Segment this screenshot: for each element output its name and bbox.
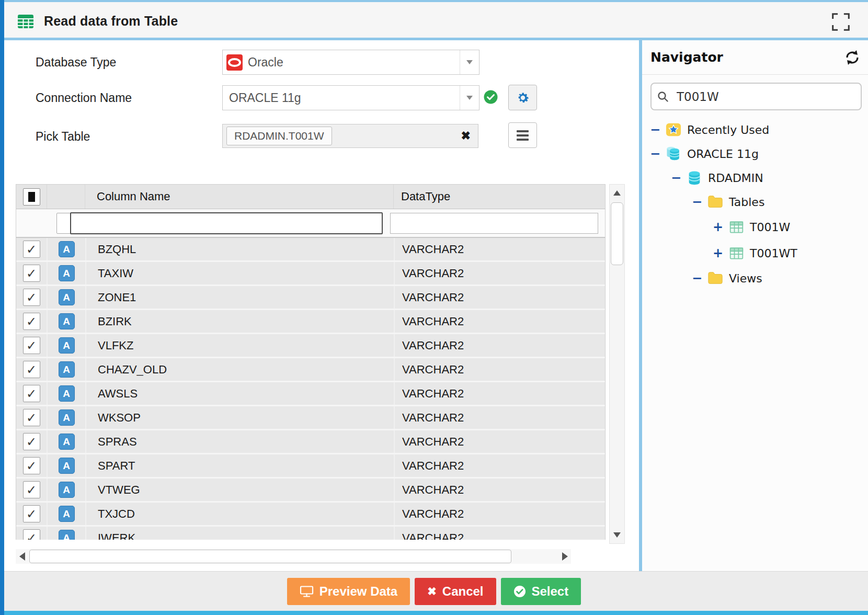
text-column-type-icon: A: [59, 265, 75, 281]
clear-table-icon[interactable]: ✖: [461, 129, 471, 143]
tree-item-rdadmin[interactable]: − RDADMIN: [642, 166, 868, 190]
grid-row: ✓ A BZIRK VARCHAR2: [16, 310, 605, 334]
row-checkbox[interactable]: ✓: [23, 289, 40, 306]
text-column-type-icon: A: [59, 337, 75, 354]
column-name-cell: IWERK: [85, 527, 394, 540]
datatype-cell: VARCHAR2: [394, 358, 605, 381]
dialog-footer: Preview Data ✖ Cancel Select: [0, 571, 868, 611]
datatype-filter-input[interactable]: [390, 213, 598, 234]
grid-row: ✓ A TAXIW VARCHAR2: [16, 262, 605, 286]
dropdown-arrow[interactable]: [460, 50, 479, 74]
datatype-header[interactable]: DataType: [393, 185, 605, 209]
datatype-cell: VARCHAR2: [394, 479, 605, 501]
row-checkbox[interactable]: ✓: [23, 313, 40, 330]
tree-toggle-icon[interactable]: −: [650, 147, 666, 160]
navigator-panel: Navigator − Recently Used −: [642, 40, 868, 571]
tree-item-t001wt[interactable]: + T001WT: [642, 240, 868, 266]
tree-toggle-icon[interactable]: −: [671, 172, 687, 184]
grid-row: ✓ A CHAZV_OLD VARCHAR2: [16, 358, 605, 382]
row-checkbox[interactable]: ✓: [23, 433, 40, 450]
connection-name-dropdown[interactable]: ORACLE 11g: [222, 85, 479, 110]
pick-table-field[interactable]: RDADMIN.T001W ✖: [222, 124, 478, 148]
row-checkbox[interactable]: ✓: [23, 265, 40, 282]
row-checkbox[interactable]: ✓: [23, 385, 40, 402]
hamburger-icon: [517, 130, 529, 132]
datatype-cell: VARCHAR2: [394, 334, 605, 357]
text-column-type-icon: A: [59, 385, 75, 402]
datatype-cell: VARCHAR2: [394, 286, 605, 309]
tree-item-label: Views: [729, 272, 762, 285]
tree-item-tables[interactable]: − Tables: [642, 190, 868, 214]
database-stack-icon: [666, 146, 681, 162]
database-icon: [687, 170, 702, 186]
text-column-type-icon: A: [59, 530, 75, 540]
window-bottom-trim: [0, 611, 868, 615]
tree-toggle-icon[interactable]: +: [713, 247, 728, 259]
row-checkbox[interactable]: ✓: [23, 481, 40, 498]
datatype-cell: VARCHAR2: [394, 527, 605, 540]
vertical-scrollbar[interactable]: [609, 184, 625, 544]
tree-item-views[interactable]: − Views: [642, 266, 868, 290]
dropdown-arrow[interactable]: [460, 86, 479, 110]
tree-toggle-icon[interactable]: −: [692, 272, 707, 284]
grid-row: ✓ A SPART VARCHAR2: [16, 454, 605, 479]
horizontal-scrollbar-thumb[interactable]: [29, 550, 511, 563]
scroll-up-icon[interactable]: [610, 186, 624, 200]
navigator-search-input[interactable]: [676, 89, 855, 104]
datatype-cell: VARCHAR2: [394, 430, 605, 453]
row-checkbox[interactable]: ✓: [23, 241, 40, 258]
columns-grid: Column Name DataType ✓ A BZQHL VARCHAR2 …: [16, 184, 606, 540]
pick-table-label: Pick Table: [36, 130, 90, 144]
tree-toggle-icon[interactable]: −: [692, 196, 707, 208]
grid-row: ✓ A BZQHL VARCHAR2: [16, 238, 605, 262]
row-checkbox[interactable]: ✓: [23, 457, 40, 474]
row-checkbox[interactable]: ✓: [23, 505, 40, 522]
gear-icon: [516, 90, 530, 105]
select-button[interactable]: Select: [501, 578, 581, 605]
text-column-type-icon: A: [59, 313, 75, 329]
scroll-right-icon[interactable]: [558, 549, 571, 564]
scroll-down-icon[interactable]: [610, 528, 624, 542]
table-icon: [729, 220, 744, 234]
grid-row: ✓ A SPRAS VARCHAR2: [16, 430, 605, 454]
chevron-down-icon: [466, 96, 473, 100]
type-icon-column-header: [47, 185, 85, 209]
tree-item-label: Recently Used: [687, 123, 769, 136]
tree-item-label: Tables: [729, 196, 764, 209]
column-name-filter-input[interactable]: [70, 212, 383, 234]
database-type-dropdown[interactable]: Oracle: [222, 50, 479, 75]
picked-table-chip: RDADMIN.T001W: [226, 127, 332, 145]
grid-header-row: Column Name DataType: [16, 185, 605, 209]
row-checkbox[interactable]: ✓: [23, 361, 40, 378]
navigator-search-box[interactable]: [650, 83, 862, 110]
preview-data-button[interactable]: Preview Data: [287, 578, 410, 605]
refresh-icon[interactable]: [844, 49, 861, 66]
column-name-header[interactable]: Column Name: [85, 185, 393, 209]
scroll-left-icon[interactable]: [16, 549, 28, 564]
text-column-type-icon: A: [59, 482, 75, 498]
select-all-checkbox[interactable]: [23, 188, 40, 206]
connection-ok-icon: [484, 90, 498, 104]
tree-item-t001w[interactable]: + T001W: [642, 214, 868, 240]
tree-item-recently-used[interactable]: − Recently Used: [642, 118, 868, 142]
folder-icon: [707, 270, 723, 286]
column-name-cell: WKSOP: [85, 406, 394, 429]
dialog-titlebar: Read data from Table: [0, 2, 868, 40]
column-name-cell: TXJCD: [85, 503, 394, 525]
horizontal-scrollbar[interactable]: [16, 549, 571, 564]
cancel-button[interactable]: ✖ Cancel: [415, 578, 496, 605]
tree-item-oracle-11g[interactable]: − ORACLE 11g: [642, 142, 868, 166]
tree-toggle-icon[interactable]: −: [650, 123, 666, 136]
row-checkbox[interactable]: ✓: [23, 337, 40, 354]
connection-settings-button[interactable]: [508, 85, 537, 110]
tree-item-label: ORACLE 11g: [687, 147, 759, 161]
vertical-scrollbar-thumb[interactable]: [611, 202, 623, 265]
row-checkbox[interactable]: ✓: [23, 529, 40, 540]
maximize-icon[interactable]: [830, 12, 851, 32]
grid-row: ✓ A WKSOP VARCHAR2: [16, 406, 605, 430]
tree-toggle-icon[interactable]: +: [713, 221, 728, 233]
row-checkbox[interactable]: ✓: [23, 409, 40, 426]
datatype-cell: VARCHAR2: [394, 262, 605, 284]
table-list-menu-button[interactable]: [508, 122, 537, 148]
column-name-cell: CHAZV_OLD: [85, 358, 394, 381]
